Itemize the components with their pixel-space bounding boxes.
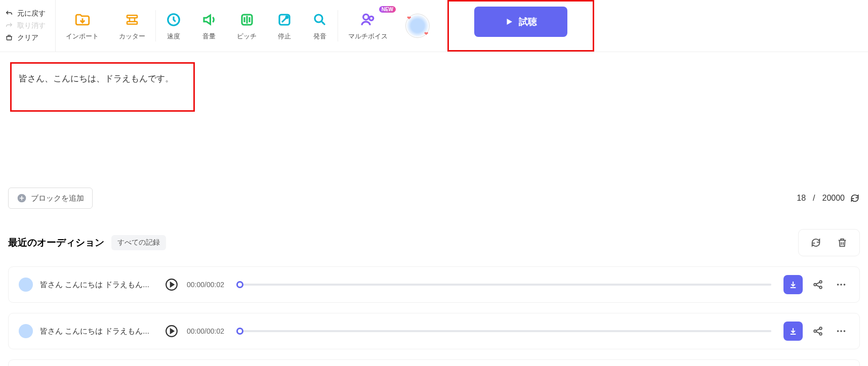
text-content: 皆さん、こんにちは、ドラえもんです。 [19,74,174,83]
new-badge: NEW [379,6,396,13]
pronunciation-button[interactable]: 発音 [302,0,338,52]
svg-point-17 [844,284,846,286]
audio-row: 皆さん こんにちは ドラえもん... 00:00/00:02 [8,313,860,349]
volume-button[interactable]: 音量 [191,0,227,52]
share-button[interactable] [810,277,826,293]
undo-icon [5,10,13,18]
audio-row: かあちゃん 平凡が一番だぞ 人... 00:00/00:06 [8,359,860,366]
refresh-all-button[interactable] [808,235,824,251]
pronunciation-icon [312,11,327,29]
more-button[interactable] [833,323,849,339]
row-time: 00:00/00:02 [187,281,224,289]
section-header: 最近のオーディション すべての記録 [8,229,860,256]
all-records-chip[interactable]: すべての記録 [111,235,166,250]
import-label: インポート [66,32,99,41]
cutter-label: カッター [119,32,145,41]
stop-label: 停止 [278,32,291,41]
svg-rect-0 [7,36,11,40]
listen-label: 試聴 [519,16,537,28]
pitch-label: ピッチ [237,32,257,41]
multivoice-button[interactable]: NEW マルチボイス [338,0,398,52]
cutter-icon [125,11,140,29]
svg-point-9 [369,16,374,20]
seek-track[interactable] [236,284,771,286]
char-counter: 18 / 20000 [797,193,860,203]
play-button[interactable] [163,277,180,293]
more-icon [836,326,847,337]
svg-point-23 [840,330,842,332]
row-time: 00:00/00:02 [187,327,224,335]
download-icon [789,327,798,336]
speed-label: 速度 [167,32,180,41]
editor-footer: ブロックを追加 18 / 20000 [0,182,868,214]
add-block-label: ブロックを追加 [31,194,84,203]
undo-button[interactable]: 元に戻す [5,8,50,20]
row-title: 皆さん こんにちは ドラえもん... [40,280,156,290]
pitch-icon [239,11,255,29]
row-avatar [19,324,33,338]
listen-highlight: 試聴 [447,0,594,52]
svg-rect-2 [127,22,137,24]
svg-rect-1 [127,15,137,18]
folder-import-icon [74,11,91,29]
listen-button[interactable]: 試聴 [474,7,567,37]
delete-all-button[interactable] [834,235,850,251]
play-button[interactable] [163,323,180,339]
toolbar: 元に戻す 取り消す クリア インポート カッター 速度 音量 ピッチ 停止 [0,0,868,52]
trash-icon [837,237,848,248]
play-icon [505,17,514,26]
cutter-button[interactable]: カッター [109,0,155,52]
redo-label: 取り消す [17,21,46,30]
seek-thumb[interactable] [236,328,243,335]
refresh-icon [810,237,821,248]
char-limit: 20000 [822,194,845,203]
play-circle-icon [165,278,178,291]
editor-area: 皆さん、こんにちは、ドラえもんです。 [0,52,868,122]
row-title: 皆さん こんにちは ドラえもん... [40,327,156,336]
redo-button[interactable]: 取り消す [5,20,50,32]
volume-icon [201,11,217,29]
clear-button[interactable]: クリア [5,32,50,44]
clear-label: クリア [17,33,38,42]
volume-label: 音量 [202,32,216,41]
speed-button[interactable]: 速度 [156,0,191,52]
share-icon [812,279,823,290]
svg-point-16 [840,284,842,286]
add-block-button[interactable]: ブロックを追加 [8,188,93,209]
download-button[interactable] [783,275,803,294]
seek-thumb[interactable] [236,281,243,288]
svg-point-8 [363,14,369,20]
download-icon [789,280,798,289]
history-controls: 元に戻す 取り消す クリア [0,0,56,52]
char-count: 18 [797,194,806,203]
import-button[interactable]: インポート [56,0,109,52]
audio-row: 皆さん こんにちは ドラえもん... 00:00/00:02 [8,266,860,303]
play-circle-icon [165,325,178,338]
pronunciation-label: 発音 [313,32,326,41]
download-button[interactable] [783,322,803,341]
multivoice-icon [360,11,376,29]
voice-avatar[interactable] [405,14,430,38]
more-button[interactable] [833,277,849,293]
multivoice-label: マルチボイス [348,32,388,41]
recent-section: 最近のオーディション すべての記録 皆さん こんにちは ドラえもん... 00:… [0,229,868,366]
seek-track[interactable] [236,330,771,332]
stop-icon [277,11,292,29]
pitch-button[interactable]: ピッチ [227,0,267,52]
recent-heading: 最近のオーディション [8,236,104,249]
share-icon [812,326,823,337]
undo-label: 元に戻す [17,9,46,18]
counter-separator: / [813,194,815,203]
speed-icon [166,11,181,29]
stop-button[interactable]: 停止 [267,0,302,52]
share-button[interactable] [810,323,826,339]
text-input[interactable]: 皆さん、こんにちは、ドラえもんです。 [10,62,195,112]
clear-icon [5,34,13,42]
refresh-icon[interactable] [850,193,860,203]
svg-point-24 [844,330,846,332]
svg-point-15 [837,284,839,286]
svg-point-22 [837,330,839,332]
section-actions [798,229,860,256]
plus-circle-icon [17,193,27,203]
more-icon [836,279,847,290]
